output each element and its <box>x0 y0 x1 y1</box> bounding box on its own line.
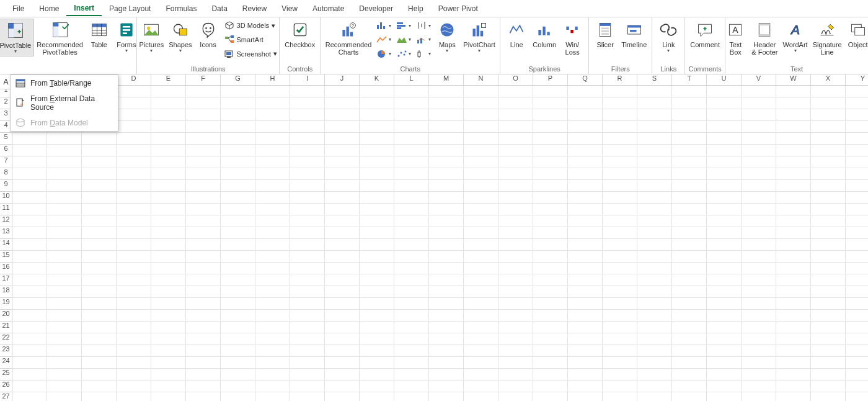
cell[interactable] <box>603 263 637 274</box>
cell[interactable] <box>290 381 325 392</box>
cell[interactable] <box>707 310 742 322</box>
cell[interactable] <box>221 227 255 239</box>
cell[interactable] <box>811 204 846 215</box>
cell[interactable] <box>151 133 186 145</box>
cell[interactable] <box>707 274 742 286</box>
cell[interactable] <box>117 109 151 121</box>
cell[interactable] <box>498 180 533 192</box>
cell[interactable] <box>117 274 151 286</box>
cell[interactable] <box>846 192 868 204</box>
cell[interactable] <box>533 381 568 392</box>
cell[interactable] <box>221 345 255 357</box>
cell[interactable] <box>811 310 846 322</box>
cell[interactable] <box>360 263 394 274</box>
cell[interactable] <box>47 133 82 145</box>
cell[interactable] <box>394 109 429 121</box>
cell[interactable] <box>255 345 290 357</box>
cell[interactable] <box>776 333 811 345</box>
cell[interactable] <box>255 204 290 215</box>
cell[interactable] <box>290 121 325 133</box>
row-header-26[interactable]: 26 <box>0 381 12 392</box>
cell[interactable] <box>672 121 707 133</box>
cell[interactable] <box>603 251 637 263</box>
cell[interactable] <box>568 121 603 133</box>
cell[interactable] <box>672 286 707 298</box>
line-chart-button[interactable]: ▾ <box>375 35 392 44</box>
cell[interactable] <box>394 345 429 357</box>
row-header-5[interactable]: 5 <box>0 133 12 145</box>
cell[interactable] <box>360 345 394 357</box>
cell[interactable] <box>811 274 846 286</box>
cell[interactable] <box>637 180 672 192</box>
cell[interactable] <box>186 215 221 227</box>
cell[interactable] <box>325 192 360 204</box>
cell[interactable] <box>429 227 464 239</box>
cell[interactable] <box>742 227 776 239</box>
cell[interactable] <box>533 156 568 168</box>
cell[interactable] <box>707 204 742 215</box>
cell[interactable] <box>325 322 360 333</box>
cell[interactable] <box>221 381 255 392</box>
cell[interactable] <box>568 369 603 381</box>
cell[interactable] <box>117 192 151 204</box>
cell[interactable] <box>846 333 868 345</box>
cell[interactable] <box>290 168 325 180</box>
cell[interactable] <box>672 145 707 156</box>
menu-tab-insert[interactable]: Insert <box>66 1 102 16</box>
recommended-pivots-button[interactable]: Recommended PivotTables <box>34 19 86 57</box>
cell[interactable] <box>776 286 811 298</box>
cell[interactable] <box>742 263 776 274</box>
cell[interactable] <box>707 97 742 109</box>
cell[interactable] <box>255 286 290 298</box>
cell[interactable] <box>846 298 868 310</box>
cell[interactable] <box>498 168 533 180</box>
from-table-range-item[interactable]: From Table/Range <box>11 75 118 91</box>
column-header-U[interactable]: U <box>707 74 742 86</box>
cell[interactable] <box>117 251 151 263</box>
cell[interactable] <box>568 357 603 369</box>
cell[interactable] <box>82 215 117 227</box>
slicer-button[interactable]: Slicer <box>591 19 619 50</box>
cell[interactable] <box>533 345 568 357</box>
cell[interactable] <box>47 274 82 286</box>
column-header-J[interactable]: J <box>325 74 360 86</box>
cell[interactable] <box>464 215 498 227</box>
cell[interactable] <box>742 392 776 401</box>
cell[interactable] <box>47 204 82 215</box>
icons-button[interactable]: Icons <box>195 19 222 50</box>
cell[interactable] <box>776 86 811 97</box>
cell[interactable] <box>776 156 811 168</box>
cell[interactable] <box>117 357 151 369</box>
cell[interactable] <box>82 333 117 345</box>
timeline-button[interactable]: Timeline <box>619 19 649 50</box>
cell[interactable] <box>498 286 533 298</box>
cell[interactable] <box>568 156 603 168</box>
cell[interactable] <box>464 274 498 286</box>
cell[interactable] <box>290 192 325 204</box>
cell[interactable] <box>325 133 360 145</box>
cell[interactable] <box>429 121 464 133</box>
cell[interactable] <box>255 369 290 381</box>
cell[interactable] <box>533 239 568 251</box>
cell[interactable] <box>82 192 117 204</box>
sparkline-column-button[interactable]: Column <box>530 19 559 50</box>
cell[interactable] <box>186 310 221 322</box>
column-header-S[interactable]: S <box>637 74 672 86</box>
cell[interactable] <box>151 357 186 369</box>
cell[interactable] <box>672 215 707 227</box>
cell[interactable] <box>255 310 290 322</box>
cell[interactable] <box>186 86 221 97</box>
cell[interactable] <box>82 357 117 369</box>
cell[interactable] <box>533 369 568 381</box>
cell[interactable] <box>846 145 868 156</box>
column-header-O[interactable]: O <box>498 74 533 86</box>
cell[interactable] <box>325 369 360 381</box>
cell[interactable] <box>360 357 394 369</box>
cell[interactable] <box>12 145 47 156</box>
table-button[interactable]: Table <box>86 19 113 50</box>
cell[interactable] <box>255 121 290 133</box>
cell[interactable] <box>429 357 464 369</box>
cell[interactable] <box>568 274 603 286</box>
cell[interactable] <box>637 357 672 369</box>
cell[interactable] <box>255 239 290 251</box>
